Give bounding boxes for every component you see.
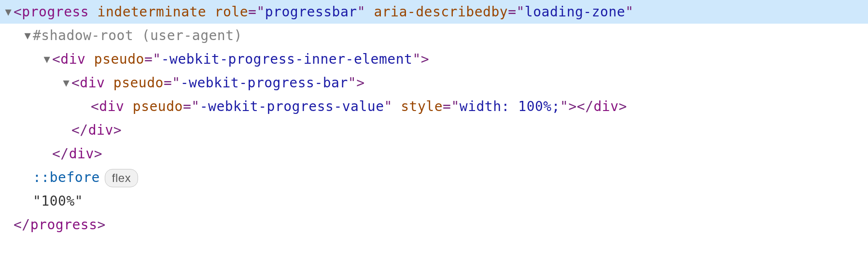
expand-arrow-icon[interactable]: ▼: [3, 7, 14, 17]
close-tag: div: [88, 122, 113, 138]
tag-name: div: [80, 75, 105, 91]
gutter: ▼: [3, 172, 33, 183]
attr-value: loading-zone: [525, 4, 625, 20]
close-tag: div: [69, 146, 94, 162]
code: </progress>: [14, 213, 106, 237]
attr-value: -webkit-progress-value: [200, 98, 384, 114]
code: ::beforeflex: [33, 166, 138, 189]
gutter: ▼: [3, 220, 14, 230]
gutter: ▼: [3, 7, 14, 17]
dom-node-div-value[interactable]: ▼ <div pseudo="-webkit-progress-value" s…: [0, 95, 868, 118]
pseudo-before-node[interactable]: ▼ ::beforeflex: [0, 166, 868, 189]
gutter: ▼: [3, 149, 52, 159]
gutter: ▼: [3, 54, 52, 65]
gutter: ▼: [3, 125, 71, 136]
shadow-root-label: #shadow-root (user-agent): [33, 24, 242, 47]
attr-name: style: [401, 98, 443, 114]
attr-name: role: [215, 4, 248, 20]
attr-name: pseudo: [133, 98, 183, 114]
tag-name: div: [99, 98, 124, 114]
tag-name: progress: [22, 4, 89, 20]
pseudo-element: ::before: [33, 169, 100, 185]
close-tag: progress: [30, 217, 98, 233]
attr-name: pseudo: [113, 75, 164, 91]
code: <div pseudo="-webkit-progress-value" sty…: [91, 95, 627, 118]
attr-name: aria-describedby: [374, 4, 508, 20]
code: </div>: [52, 142, 102, 166]
code: <div pseudo="-webkit-progress-inner-elem…: [52, 47, 429, 71]
attr-value: progressbar: [265, 4, 357, 20]
text-content: "100%": [33, 189, 83, 213]
code: <progress indeterminate role="progressba…: [14, 0, 634, 24]
shadow-root-node[interactable]: ▼ #shadow-root (user-agent): [0, 24, 868, 47]
close-progress[interactable]: ▼ </progress>: [0, 213, 868, 237]
attr-name: indeterminate: [98, 4, 207, 20]
expand-arrow-icon[interactable]: ▼: [42, 54, 52, 65]
attr-value: -webkit-progress-bar: [181, 75, 348, 91]
code: </div>: [71, 118, 122, 142]
expand-arrow-icon[interactable]: ▼: [61, 78, 71, 88]
display-badge: flex: [105, 169, 138, 187]
expand-arrow-icon[interactable]: ▼: [22, 30, 33, 41]
close-tag: div: [594, 98, 619, 114]
gutter: ▼: [3, 196, 33, 207]
code: <div pseudo="-webkit-progress-bar">: [71, 71, 365, 95]
gutter: ▼: [3, 78, 71, 88]
text-node[interactable]: ▼ "100%": [0, 189, 868, 213]
attr-value: width: 100%;: [460, 98, 560, 114]
dom-node-div-bar[interactable]: ▼ <div pseudo="-webkit-progress-bar">: [0, 71, 868, 95]
dom-node-div-inner[interactable]: ▼ <div pseudo="-webkit-progress-inner-el…: [0, 47, 868, 71]
attr-name: pseudo: [94, 51, 144, 67]
close-div-bar[interactable]: ▼ </div>: [0, 118, 868, 142]
gutter: ▼: [3, 101, 91, 112]
tag-name: div: [60, 51, 85, 67]
gutter: ▼: [3, 30, 33, 41]
dom-node-progress[interactable]: ▼ <progress indeterminate role="progress…: [0, 0, 868, 24]
close-div-inner[interactable]: ▼ </div>: [0, 142, 868, 166]
attr-value: -webkit-progress-inner-element: [161, 51, 413, 67]
